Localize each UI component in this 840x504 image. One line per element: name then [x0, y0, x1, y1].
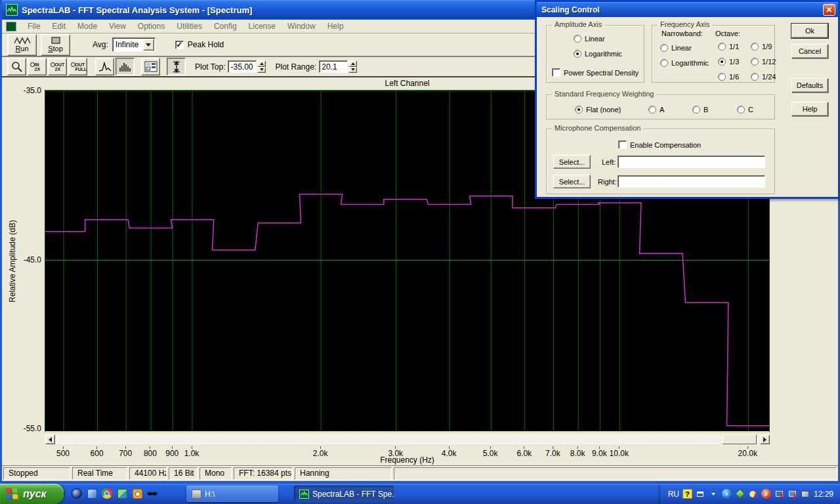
peak-hold-checkbox-box[interactable]: ✓: [175, 41, 184, 49]
radio-selected-icon[interactable]: [574, 50, 581, 58]
mic-left-file-input[interactable]: [618, 156, 765, 168]
error-tray-icon[interactable]: ✗: [761, 489, 771, 499]
menu-window[interactable]: Window: [282, 20, 322, 32]
network-disconnected-tray-icon-2[interactable]: ✗: [788, 489, 797, 499]
radio-weighting-flat[interactable]: Flat (none): [575, 106, 621, 114]
display-options-button[interactable]: [141, 58, 160, 75]
defaults-button[interactable]: Defaults: [791, 78, 828, 93]
utility-tray-icon[interactable]: [735, 489, 745, 499]
radio-icon[interactable]: [718, 43, 726, 51]
close-icon[interactable]: ✕: [823, 4, 835, 16]
select-right-button[interactable]: Select...: [553, 175, 591, 188]
task-button-explorer[interactable]: H:\: [186, 486, 278, 502]
radio-weighting-c[interactable]: C: [737, 106, 753, 114]
mic-right-file-input[interactable]: [618, 175, 765, 188]
plot-horizontal-scrollbar[interactable]: [45, 434, 770, 444]
radio-weighting-b[interactable]: B: [692, 106, 708, 114]
radio-frequency-linear[interactable]: Linear: [660, 44, 692, 52]
plot-range-spin-down[interactable]: [348, 67, 357, 74]
zoom-out-full-button[interactable]: OUT FULL: [68, 58, 87, 75]
scrollbar-right-button[interactable]: [760, 434, 770, 444]
radio-weighting-a[interactable]: A: [648, 106, 664, 114]
zoom-in-2x-button[interactable]: IN 2X: [28, 58, 47, 75]
plot-range-input[interactable]: [319, 60, 348, 73]
network-disconnected-tray-icon[interactable]: ✗: [774, 489, 784, 499]
radio-octave-1-1[interactable]: 1/1: [718, 43, 739, 51]
menu-edit[interactable]: Edit: [46, 20, 72, 32]
ok-button[interactable]: Ok: [791, 24, 828, 38]
quick-launch-media-player-icon[interactable]: [70, 486, 84, 501]
scrollbar-thumb[interactable]: [723, 434, 757, 444]
scrollbar-left-button[interactable]: [45, 434, 55, 444]
avg-combobox[interactable]: Infinite: [112, 37, 156, 52]
quick-launch-explorer-icon[interactable]: [85, 486, 99, 501]
radio-amplitude-logarithmic[interactable]: Logarithmic: [574, 50, 622, 58]
bar-graph-view-button[interactable]: [116, 58, 135, 75]
help-button[interactable]: Help: [791, 102, 828, 116]
radio-octave-1-12[interactable]: 1/12: [751, 58, 776, 66]
radio-icon[interactable]: [660, 59, 668, 67]
amplitude-scale-button[interactable]: [167, 58, 186, 75]
messenger-tray-icon[interactable]: ‹: [722, 489, 732, 499]
avg-dropdown-button[interactable]: [143, 39, 154, 51]
radio-octave-1-6[interactable]: 1/6: [718, 73, 739, 81]
radio-frequency-logarithmic[interactable]: Logarithmic: [660, 59, 709, 67]
radio-amplitude-linear[interactable]: Linear: [574, 35, 605, 43]
radio-icon[interactable]: [574, 35, 581, 43]
y-tick-label: -35.0: [10, 86, 41, 95]
radio-icon[interactable]: [692, 106, 700, 114]
radio-selected-icon[interactable]: [575, 106, 583, 114]
radio-icon[interactable]: [751, 58, 759, 66]
peak-hold-checkbox[interactable]: ✓ Peak Hold: [175, 40, 224, 49]
plot-top-spinner[interactable]: [257, 60, 266, 73]
select-left-button[interactable]: Select...: [553, 155, 591, 169]
menu-license[interactable]: License: [243, 20, 282, 32]
menu-utilities[interactable]: Utilities: [171, 20, 208, 32]
menu-mode[interactable]: Mode: [72, 20, 103, 32]
menu-file[interactable]: File: [22, 20, 46, 32]
radio-icon[interactable]: [718, 73, 726, 81]
radio-icon[interactable]: [751, 43, 759, 51]
display-tray-icon[interactable]: [801, 489, 810, 499]
radio-icon[interactable]: [660, 44, 668, 52]
language-indicator[interactable]: RU: [668, 490, 679, 499]
checkbox-unchecked-icon[interactable]: [618, 140, 627, 149]
task-button-spectralab[interactable]: SpectraLAB - FFT Spe...: [294, 486, 394, 502]
quick-launch-chrome-icon[interactable]: [100, 486, 114, 501]
menu-config[interactable]: Config: [208, 20, 243, 32]
radio-icon[interactable]: [751, 73, 759, 81]
menu-help[interactable]: Help: [322, 20, 350, 32]
menu-view[interactable]: View: [103, 20, 132, 32]
cancel-button[interactable]: Cancel: [791, 44, 828, 58]
radio-icon[interactable]: [648, 106, 656, 114]
radio-octave-1-24[interactable]: 1/24: [751, 73, 776, 81]
stop-button[interactable]: Stop: [41, 34, 70, 56]
plot-top-spin-up[interactable]: [257, 60, 266, 67]
radio-icon[interactable]: [737, 106, 745, 114]
radio-octave-1-3[interactable]: 1/3: [718, 58, 739, 66]
psd-checkbox[interactable]: Power Spectral Density: [552, 68, 639, 77]
help-tray-icon[interactable]: ?: [682, 489, 692, 499]
run-button[interactable]: Run: [7, 34, 37, 56]
bulb-warning-tray-icon[interactable]: ✗: [748, 489, 758, 499]
quick-launch-clock-icon[interactable]: [130, 486, 144, 501]
expand-tray-chevron-icon[interactable]: [709, 489, 719, 499]
zoom-out-2x-button[interactable]: OUT 2X: [48, 58, 67, 75]
plot-range-spinner[interactable]: [348, 60, 357, 73]
enable-compensation-checkbox[interactable]: Enable Compensation: [618, 140, 701, 149]
zoom-button[interactable]: [7, 58, 26, 75]
spectrum-curve-view-button[interactable]: [95, 58, 114, 75]
plot-range-spin-up[interactable]: [348, 60, 357, 67]
plot-top-input[interactable]: [228, 60, 257, 73]
restore-window-tray-icon[interactable]: [696, 489, 705, 499]
start-button[interactable]: пуск: [0, 484, 64, 504]
plot-top-spin-down[interactable]: [257, 67, 266, 74]
menu-options[interactable]: Options: [132, 20, 171, 32]
checkbox-unchecked-icon[interactable]: [552, 68, 560, 77]
quick-launch-bat-icon[interactable]: [145, 486, 159, 501]
radio-octave-1-9[interactable]: 1/9: [751, 43, 772, 51]
spectrum-document-icon[interactable]: [6, 22, 16, 32]
quick-launch-image-viewer-icon[interactable]: [115, 486, 129, 501]
radio-selected-icon[interactable]: [718, 58, 726, 66]
dialog-titlebar[interactable]: Scaling Control ✕: [537, 2, 838, 17]
